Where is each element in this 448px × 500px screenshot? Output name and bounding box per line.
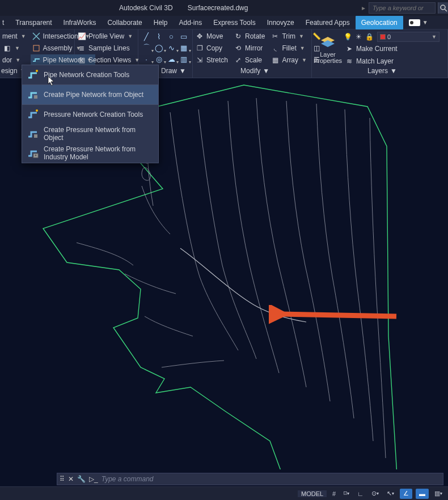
- copy-icon: ❐: [195, 44, 204, 53]
- transparency-toggle-icon[interactable]: ▥▾: [432, 489, 445, 499]
- trim-icon: ✂: [271, 32, 280, 41]
- scale-button[interactable]: ⤢Scale: [233, 54, 268, 66]
- rect-icon[interactable]: ▭: [179, 32, 188, 41]
- spline-icon[interactable]: ∿▾: [167, 43, 176, 52]
- current-layer-name: 0: [387, 33, 391, 40]
- pipe-from-object-icon: [27, 88, 39, 101]
- tab-featured-apps[interactable]: Featured Apps: [300, 16, 356, 29]
- section-views-button[interactable]: ▤ Section Views▼: [76, 54, 143, 66]
- layer-stack-icon: [320, 35, 336, 50]
- tab-geolocation[interactable]: Geolocation: [356, 16, 403, 29]
- trim-button[interactable]: ✂Trim▼: [269, 31, 310, 42]
- tab-help[interactable]: Help: [148, 16, 174, 29]
- corridor-button[interactable]: dor▼: [1, 54, 29, 66]
- mirror-icon: ⟲: [234, 44, 243, 53]
- ellipse-icon[interactable]: ◯▾: [154, 43, 163, 52]
- scale-icon: ⤢: [234, 56, 243, 65]
- snap-toggle-icon[interactable]: ⌑▾: [341, 489, 352, 499]
- line-icon[interactable]: ╱: [142, 32, 151, 41]
- layer-lock-icon[interactable]: 🔒: [365, 33, 374, 41]
- mouse-cursor-icon: [48, 76, 56, 86]
- svg-point-3: [36, 70, 38, 72]
- command-line[interactable]: ⠿ ✕ 🔧 ▷_ Type a command: [57, 473, 443, 485]
- table-icon[interactable]: ▥▾: [179, 54, 188, 63]
- panel-toggle-icon[interactable]: [409, 19, 420, 26]
- road-icon: ◧: [2, 44, 11, 53]
- assembly-icon: [32, 44, 41, 53]
- create-pressure-network-from-industry-model-item[interactable]: Create Pressure Network from Industry Mo…: [22, 143, 158, 163]
- layer-selector[interactable]: 0 ▼: [377, 32, 439, 42]
- dropdown-icon[interactable]: ▼: [422, 19, 428, 26]
- ribbon-tab-bar: t Transparent InfraWorks Collaborate Hel…: [0, 16, 448, 29]
- ribbon-quick-launch: ▼: [409, 19, 428, 26]
- make-current-button[interactable]: ➤Make Current: [344, 43, 439, 54]
- tab-innovyze[interactable]: Innovyze: [261, 16, 300, 29]
- tab-collaborate[interactable]: Collaborate: [102, 16, 147, 29]
- revcloud-icon[interactable]: ☁▾: [167, 54, 176, 63]
- create-pipe-network-from-object-item[interactable]: Create Pipe Network from Object: [22, 85, 158, 104]
- pressure-tool-icon: [27, 108, 39, 121]
- status-bar: MODEL # ⌑▾ ∟ ⊙▾ ↖▾ ∠ ▬ ▥▾: [0, 486, 448, 500]
- array-button[interactable]: ▦Array▼: [269, 54, 310, 66]
- tab-addins[interactable]: Add-ins: [173, 16, 208, 29]
- tab-express-tools[interactable]: Express Tools: [208, 16, 261, 29]
- polyline-icon[interactable]: ⌇: [154, 32, 163, 41]
- layer-color-swatch: [380, 34, 386, 40]
- layer-properties-button[interactable]: LayerProperties: [315, 32, 340, 67]
- command-close-icon[interactable]: ✕: [68, 475, 74, 483]
- svg-rect-6: [34, 134, 37, 138]
- pipe-network-icon: [32, 56, 41, 65]
- command-grip-icon[interactable]: ⠿: [60, 475, 65, 483]
- pressure-from-object-icon: [27, 128, 39, 140]
- arc-icon[interactable]: ⌒▾: [142, 43, 151, 52]
- design-button-2[interactable]: ◧▼: [1, 43, 29, 54]
- ortho-toggle-icon[interactable]: ∟: [355, 489, 366, 499]
- create-pressure-network-from-object-item[interactable]: Create Pressure Network from Object: [22, 124, 158, 143]
- pressure-network-creation-tools-item[interactable]: Pressure Network Creation Tools: [22, 105, 158, 124]
- circle-icon[interactable]: ○: [167, 32, 176, 41]
- help-arrow-icon: ▸: [362, 4, 365, 12]
- command-prompt-icon: ▷_: [89, 475, 98, 483]
- point-icon[interactable]: ·▾: [142, 54, 151, 63]
- app-name: Autodesk Civil 3D: [119, 4, 173, 12]
- array-icon: ▦: [271, 56, 280, 65]
- annotation-arrow-icon: [269, 305, 399, 328]
- fillet-button[interactable]: ◟Fillet▼: [269, 43, 310, 54]
- make-current-icon: ➤: [345, 44, 354, 53]
- layer-sun-icon[interactable]: ☀: [356, 33, 362, 41]
- osnap-toggle-icon[interactable]: ∠: [400, 489, 412, 499]
- command-customize-icon[interactable]: 🔧: [77, 475, 86, 483]
- grid-toggle-icon[interactable]: #: [330, 489, 338, 499]
- sample-lines-button[interactable]: ≣ Sample Lines: [76, 43, 143, 54]
- profile-view-button[interactable]: 📈 Profile View▼: [76, 31, 143, 42]
- panel-title-modify[interactable]: Modify▼: [240, 67, 269, 75]
- match-layer-button[interactable]: ≋Match Layer: [344, 56, 439, 67]
- svg-line-9: [279, 314, 396, 316]
- donut-icon[interactable]: ◎▾: [154, 54, 163, 63]
- copy-button[interactable]: ❐Copy: [194, 43, 231, 54]
- tab-partial[interactable]: t: [0, 16, 10, 29]
- search-button[interactable]: [438, 2, 448, 14]
- hatch-icon[interactable]: ▦▾: [179, 43, 188, 52]
- panel-title-layers[interactable]: Layers▼: [367, 67, 397, 75]
- alignment-button[interactable]: ment▼: [1, 31, 29, 42]
- mirror-button[interactable]: ⟲Mirror: [233, 43, 268, 54]
- layer-bulb-icon[interactable]: 💡: [344, 33, 352, 41]
- panel-title-draw[interactable]: Draw▼: [161, 67, 186, 75]
- lineweight-toggle-icon[interactable]: ▬: [416, 489, 429, 499]
- pipe-tool-icon: [27, 69, 39, 81]
- rotate-button[interactable]: ↻Rotate: [233, 31, 268, 42]
- polar-toggle-icon[interactable]: ⊙▾: [369, 489, 381, 499]
- pipe-network-creation-tools-item[interactable]: Pipe Network Creation Tools: [22, 65, 158, 84]
- rotate-icon: ↻: [234, 32, 243, 41]
- command-placeholder: Type a command: [102, 475, 154, 483]
- keyword-search-input[interactable]: Type a keyword or phrase: [369, 2, 436, 14]
- tab-infraworks[interactable]: InfraWorks: [58, 16, 102, 29]
- tab-transparent[interactable]: Transparent: [10, 16, 57, 29]
- svg-rect-2: [33, 45, 39, 51]
- model-space-button[interactable]: MODEL: [298, 490, 327, 497]
- section-views-icon: ▤: [77, 56, 86, 65]
- isoplane-toggle-icon[interactable]: ↖▾: [384, 489, 396, 499]
- move-button[interactable]: ✥Move: [194, 31, 231, 42]
- stretch-button[interactable]: ⇲Stretch: [194, 54, 231, 66]
